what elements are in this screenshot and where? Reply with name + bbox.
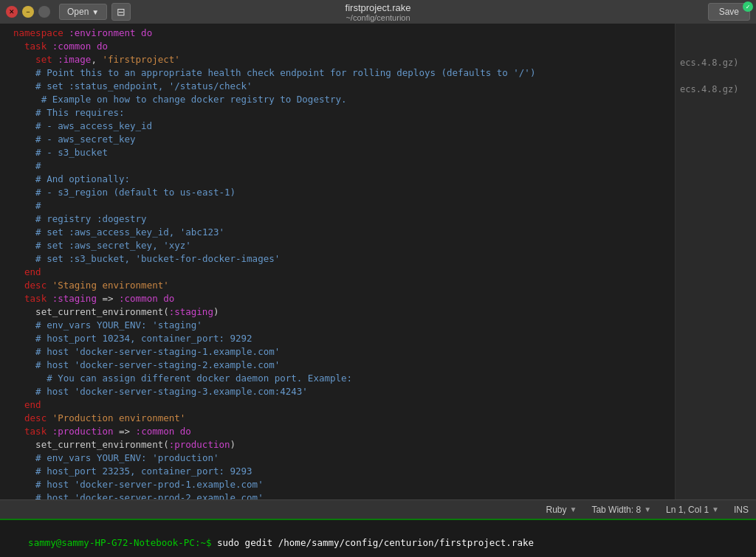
code-line: desc 'Staging environment' [6,279,675,292]
cursor-position: Ln 1, Col 1 ▼ [666,505,719,515]
code-editor[interactable]: namespace :environment do task :common d… [6,24,675,499]
title-bar: ✕ − Open ▼ ⊟ firstproject.rake ~/config/… [0,0,756,24]
language-dropdown-icon: ▼ [570,505,577,513]
editor-area: namespace :environment do task :common d… [0,24,756,499]
right-panel-item: ecs.4.8.gz) [676,83,756,96]
code-line: # set :aws_secret_key, 'xyz' [6,239,675,252]
code-line: set :image, 'firstproject' [6,53,675,66]
code-line: end [6,398,675,412]
code-line: # This requires: [6,106,675,120]
position-dropdown-icon: ▼ [712,505,719,513]
maximize-button[interactable] [38,6,50,18]
right-panel: ecs.4.8.gz) ecs.4.8.gz) [675,24,756,499]
language-selector[interactable]: Ruby ▼ [546,505,577,515]
code-line: # env_vars YOUR_ENV: 'staging' [6,319,675,332]
minimize-button[interactable]: − [22,6,34,18]
tab-width-dropdown-icon: ▼ [644,505,651,513]
code-line: # - aws_access_key_id [6,120,675,133]
left-sidebar [0,24,6,499]
terminal: sammy@sammy-HP-G72-Notebook-PC:~$ sudo g… [0,519,756,557]
code-line: set_current_environment(:staging) [6,305,675,319]
window-controls: ✕ − [6,6,50,18]
dropdown-arrow-icon: ▼ [92,8,99,16]
code-line: # host 'docker-server-staging-2.example.… [6,359,675,372]
code-line: # - s3_region (default to us-east-1) [6,186,675,199]
code-line: # set :status_endpoint, '/status/check' [6,80,675,93]
code-line: # registry :dogestry [6,212,675,226]
code-line: # And optionally: [6,173,675,186]
code-line: namespace :environment do [6,27,675,40]
window-title: firstproject.rake ~/config/centurion [346,2,411,22]
code-line: # set :s3_bucket, 'bucket-for-docker-ima… [6,252,675,266]
code-line: # host_port 23235, container_port: 9293 [6,465,675,478]
right-panel-item: ecs.4.8.gz) [676,56,756,69]
code-line: desc 'Production environment' [6,412,675,425]
code-line: # env_vars YOUR_ENV: 'production' [6,452,675,465]
code-line: # [6,199,675,212]
code-line: # host 'docker-server-prod-2.example.com… [6,491,675,499]
code-line: task :staging => :common do [6,292,675,305]
code-line: end [6,266,675,279]
code-line: # You can assign different docker daemon… [6,372,675,385]
code-line: set_current_environment(:production) [6,438,675,452]
tab-width-selector[interactable]: Tab Width: 8 ▼ [591,505,651,515]
code-line: # host_port 10234, container_port: 9292 [6,332,675,345]
code-line: # Example on how to change docker regist… [6,93,675,106]
close-button[interactable]: ✕ [6,6,18,18]
code-line: # set :aws_access_key_id, 'abc123' [6,226,675,239]
code-line: # - aws_secret_key [6,133,675,146]
code-line: # Point this to an appropriate health ch… [6,66,675,80]
open-button[interactable]: Open ▼ [59,4,107,20]
code-line: # host 'docker-server-staging-3.example.… [6,385,675,398]
code-line: # host 'docker-server-prod-1.example.com… [6,478,675,491]
terminal-line-1: sammy@sammy-HP-G72-Notebook-PC:~$ sudo g… [6,523,750,557]
code-line: task :common do [6,40,675,53]
code-line: # host 'docker-server-staging-1.example.… [6,345,675,359]
status-ok-indicator: ✓ [743,1,753,12]
edit-mode: INS [734,505,749,515]
code-line: # - s3_bucket [6,146,675,159]
status-bar: Ruby ▼ Tab Width: 8 ▼ Ln 1, Col 1 ▼ INS [0,499,756,519]
code-line: # [6,159,675,173]
pin-button[interactable]: ⊟ [111,3,131,21]
code-line: task :production => :common do [6,425,675,438]
